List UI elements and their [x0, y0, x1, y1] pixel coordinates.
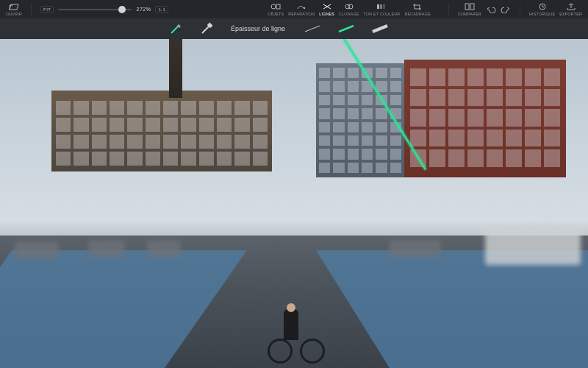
svg-rect-7 — [383, 4, 385, 9]
divider — [31, 4, 32, 15]
zoom-slider[interactable] — [58, 9, 132, 10]
thickness-label: Épaisseur de ligne — [231, 25, 285, 32]
history-icon — [537, 3, 548, 10]
history-button[interactable]: HISTORIQUE — [529, 0, 555, 18]
export-label: EXPORTER — [559, 12, 582, 16]
zoom-percent: 272% — [136, 7, 151, 12]
toolbar-left: OUVRIR FIT 272% 1:1 — [6, 0, 168, 18]
repair-icon — [296, 3, 306, 10]
lines-icon — [322, 3, 332, 10]
undo-icon — [486, 6, 496, 13]
building-glass — [316, 63, 404, 177]
tool-objects[interactable]: OBJETS — [268, 0, 284, 18]
objects-icon — [270, 3, 281, 10]
zoom-slider-knob[interactable] — [118, 6, 126, 13]
compare-button[interactable]: COMPARER — [458, 0, 481, 18]
canvas[interactable] — [0, 39, 588, 368]
svg-rect-5 — [377, 4, 379, 9]
thickness-thick[interactable] — [370, 23, 390, 35]
divider — [448, 4, 449, 15]
undo-button[interactable] — [486, 0, 496, 18]
svg-rect-6 — [380, 4, 382, 9]
cyclist — [265, 297, 323, 364]
svg-rect-8 — [465, 4, 469, 10]
tool-clone[interactable]: CLONAGE — [339, 0, 359, 18]
car — [485, 228, 581, 265]
thickness-options — [303, 23, 390, 35]
toolbar-right: COMPARER HISTORIQUE EXPORTER — [444, 0, 582, 18]
open-button[interactable]: OUVRIR — [6, 0, 22, 18]
clock-tower — [169, 39, 182, 98]
cyclist-body — [284, 309, 298, 340]
car — [147, 240, 181, 258]
tone-icon — [376, 3, 387, 10]
compare-icon — [465, 3, 475, 10]
svg-point-4 — [348, 4, 353, 9]
redo-icon — [501, 6, 511, 13]
tool-objects-label: OBJETS — [268, 12, 284, 16]
open-label: OUVRIR — [6, 12, 22, 16]
sub-toolbar: Épaisseur de ligne — [0, 18, 588, 39]
compare-label: COMPARER — [458, 12, 481, 16]
svg-rect-9 — [470, 4, 474, 10]
tool-repair[interactable]: RÉPARATION — [288, 0, 315, 18]
tool-tone-label: TON ET COULEUR — [364, 12, 401, 16]
top-toolbar: OUVRIR FIT 272% 1:1 OBJETS RÉPARATION LI… — [0, 0, 588, 18]
history-label: HISTORIQUE — [529, 12, 555, 16]
zoom-fit-button[interactable]: FIT — [40, 6, 54, 13]
clone-icon — [344, 3, 354, 10]
line-tool-erase[interactable] — [200, 22, 213, 35]
wheel — [300, 339, 325, 364]
tool-crop[interactable]: RECADRAGE — [404, 0, 431, 18]
cyclist-head — [287, 303, 295, 312]
toolbar-tools: OBJETS RÉPARATION LIGNES CLONAGE TON ET … — [268, 0, 431, 18]
photo-buildings — [0, 39, 588, 245]
export-icon — [566, 3, 576, 10]
open-icon — [9, 3, 19, 10]
svg-point-2 — [304, 7, 305, 8]
redo-button[interactable] — [501, 0, 511, 18]
crop-icon — [412, 3, 423, 10]
svg-point-0 — [271, 4, 276, 9]
tool-tone[interactable]: TON ET COULEUR — [364, 0, 401, 18]
tool-repair-label: RÉPARATION — [288, 12, 315, 16]
tool-crop-label: RECADRAGE — [404, 12, 431, 16]
building-red — [404, 60, 566, 177]
car — [88, 240, 125, 258]
svg-rect-1 — [276, 4, 280, 9]
thickness-medium[interactable] — [337, 23, 356, 35]
tool-clone-label: CLONAGE — [339, 12, 359, 16]
zoom-1to1-button[interactable]: 1:1 — [155, 6, 168, 13]
thickness-thin[interactable] — [303, 23, 322, 35]
wheel — [268, 339, 293, 364]
building-row — [51, 91, 272, 171]
tool-lines-label: LIGNES — [319, 12, 334, 16]
line-tool-draw[interactable] — [169, 22, 182, 35]
divider — [520, 4, 520, 15]
export-button[interactable]: EXPORTER — [559, 0, 582, 18]
car — [390, 240, 441, 258]
tool-lines[interactable]: LIGNES — [319, 0, 334, 18]
car — [15, 241, 59, 259]
